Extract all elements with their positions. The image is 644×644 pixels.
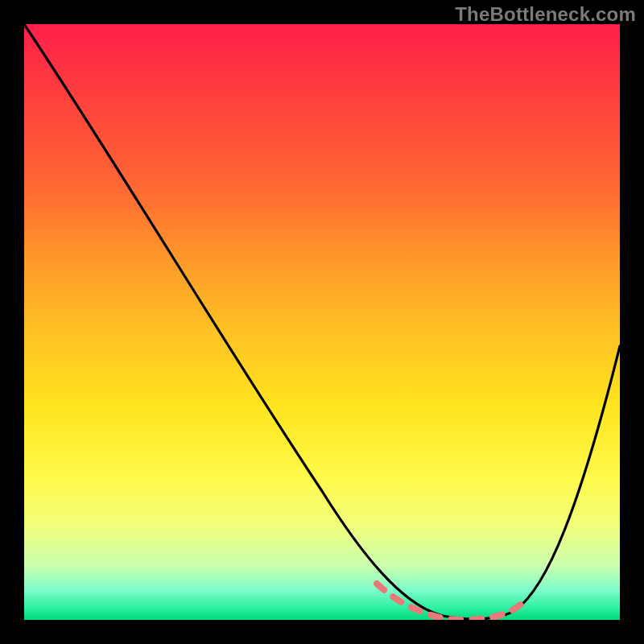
bottleneck-curve xyxy=(24,24,620,619)
chart-container: TheBottleneck.com xyxy=(0,0,644,644)
curve-layer xyxy=(24,24,620,620)
plot-area xyxy=(24,24,620,620)
attribution-label: TheBottleneck.com xyxy=(455,3,636,26)
